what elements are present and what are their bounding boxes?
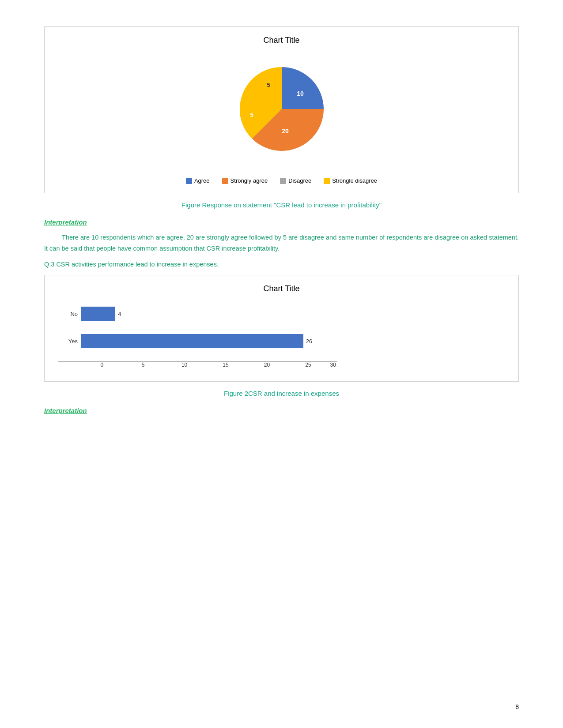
page-number: 8	[515, 703, 519, 710]
x-axis: 0 5 10 15 20 25 30	[58, 361, 337, 368]
legend-item-agree: Agree	[186, 177, 210, 184]
legend-box-agree	[186, 178, 192, 184]
x-tick-10: 10	[164, 362, 205, 368]
pie-area: 10 20 5 5	[58, 54, 505, 169]
pie-chart-container: Chart Title	[44, 26, 519, 193]
interpretation1-heading: Interpretation	[44, 218, 519, 226]
x-tick-15: 15	[205, 362, 246, 368]
legend-label-disagree: Disagree	[288, 177, 311, 184]
figure1-caption: Figure Response on statement "CSR lead t…	[44, 201, 519, 209]
legend-label-agree: Agree	[194, 177, 210, 184]
legend-item-strongly-agree: Strongly agree	[222, 177, 268, 184]
bar-chart-container: Chart Title No 4 Yes 26 0 5 10 15 20 25	[44, 275, 519, 382]
legend-box-disagree	[280, 178, 286, 184]
pie-label-agree: 10	[297, 90, 304, 97]
figure2-caption: Figure 2CSR and increase in expenses	[44, 390, 519, 397]
legend-box-strongle-disagree	[324, 178, 330, 184]
x-tick-0: 0	[81, 362, 122, 368]
q3-heading: Q.3 CSR activities performance lead to i…	[44, 261, 519, 268]
interpretation2-heading: Interpretation	[44, 407, 519, 414]
legend-item-disagree: Disagree	[280, 177, 311, 184]
pie-svg: 10 20 5 5	[211, 54, 352, 169]
pie-chart-title: Chart Title	[58, 36, 505, 45]
bar-value-yes: 26	[306, 338, 312, 345]
bar-value-no: 4	[118, 311, 121, 317]
bar-row-yes: Yes 26	[58, 334, 501, 348]
bar-label-yes: Yes	[58, 338, 78, 345]
pie-label-strongly-agree: 5	[267, 82, 270, 88]
bar-chart-title: Chart Title	[58, 284, 505, 293]
x-tick-30: 30	[329, 362, 337, 368]
legend-box-strongly-agree	[222, 178, 228, 184]
bar-chart-area: No 4 Yes 26 0 5 10 15 20 25 30	[58, 302, 505, 372]
legend-label-strongle-disagree: Strongle disagree	[332, 177, 377, 184]
pie-segment-agree	[282, 67, 324, 109]
bar-yes	[81, 334, 303, 348]
pie-label-strongle-disagree: 20	[282, 128, 289, 135]
bar-no	[81, 307, 115, 321]
page: Chart Title	[0, 0, 563, 728]
x-tick-20: 20	[246, 362, 287, 368]
bar-label-no: No	[58, 311, 78, 317]
pie-label-disagree: 5	[250, 112, 253, 118]
x-tick-5: 5	[122, 362, 163, 368]
legend-label-strongly-agree: Strongly agree	[230, 177, 268, 184]
bar-row-no: No 4	[58, 307, 501, 321]
legend-item-strongle-disagree: Strongle disagree	[324, 177, 377, 184]
pie-legend: Agree Strongly agree Disagree Strongle d…	[58, 177, 505, 184]
x-tick-25: 25	[287, 362, 329, 368]
interpretation1-text: There are 10 respondents which are agree…	[44, 232, 519, 254]
